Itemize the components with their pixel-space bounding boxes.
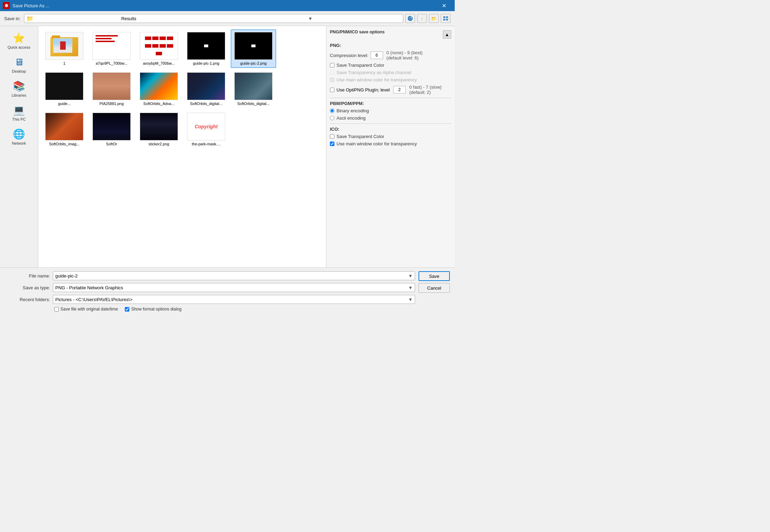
row-fields: File name: ▼ Save as type: PNG - Portabl… [5, 271, 415, 307]
file-name-input-container: ▼ [53, 271, 415, 280]
save-transparent-color-label: Save Transparent Color [337, 63, 384, 68]
ico-use-main-window-row: Use main window color for transparency [330, 141, 451, 146]
ascii-encoding-radio[interactable] [330, 116, 334, 120]
file-thumb-13 [140, 113, 178, 140]
save-date-option: Save file with original date/time [54, 307, 118, 312]
compression-row: Compression level: 0 (none) - 9 (best) (… [330, 50, 451, 61]
sidebar-item-quick-access[interactable]: ⭐ Quick access [0, 30, 38, 52]
compression-input[interactable] [371, 51, 383, 59]
use-optipng-checkbox[interactable] [330, 88, 334, 92]
file-name-input[interactable] [55, 273, 407, 279]
panel-toggle-button[interactable]: ▲ [443, 30, 451, 39]
title-bar: ✱ Save Picture As ... ✕ [0, 0, 455, 11]
file-name-1: 1 [63, 61, 65, 65]
file-thumb-2 [92, 32, 131, 60]
back-button[interactable]: ↺ [405, 14, 415, 23]
save-transparency-alpha-checkbox[interactable] [330, 70, 334, 75]
file-item-11[interactable]: SoftOrbits_imag... [42, 110, 87, 148]
file-thumb-8 [140, 72, 178, 100]
ico-save-transparent-label: Save Transparent Color [337, 134, 384, 139]
up-button[interactable]: ↑ [417, 14, 427, 23]
panel-title: PNG/PNM/ICO save options [330, 30, 443, 36]
sidebar-label-network: Network [12, 141, 26, 145]
sidebar-item-desktop[interactable]: 🖥 Desktop [0, 54, 38, 76]
svg-rect-7 [443, 16, 445, 18]
sidebar-label-quick-access: Quick access [8, 45, 30, 49]
svg-text:↑: ↑ [421, 16, 423, 21]
file-item-5[interactable]: guide-pic-2.png [231, 30, 276, 68]
file-name-7: PIA25881.png [99, 102, 124, 106]
save-date-label: Save file with original date/time [60, 307, 118, 312]
ascii-encoding-row: Ascii encoding [330, 115, 451, 121]
new-folder-button[interactable]: 📁 [429, 14, 439, 23]
file-item-6[interactable]: guide... [42, 70, 87, 108]
sidebar: ⭐ Quick access 🖥 Desktop 📚 Libraries 💻 T… [0, 26, 38, 267]
binary-encoding-row: Binary encoding [330, 108, 451, 113]
save-transparency-alpha-row: Save Transparency as Alpha channel [330, 70, 451, 75]
sidebar-label-desktop: Desktop [12, 69, 26, 73]
right-panel: PNG/PNM/ICO save options ▲ PNG: Compress… [326, 26, 455, 267]
file-name-11: SoftOrbits_imag... [49, 142, 80, 146]
show-format-checkbox[interactable] [125, 307, 129, 312]
close-button[interactable]: ✕ [436, 0, 452, 11]
save-in-label: Save in: [4, 16, 21, 21]
sidebar-item-this-pc[interactable]: 💻 This PC [0, 102, 38, 124]
file-thumb-4 [187, 32, 225, 60]
save-type-label: Save as type: [5, 285, 50, 290]
file-item-10[interactable]: SoftOrbits_digital... [231, 70, 276, 108]
svg-text:📁: 📁 [431, 16, 437, 21]
file-item-9[interactable]: SoftOrbits_digital... [184, 70, 229, 108]
recent-folders-arrow: ▼ [408, 297, 413, 302]
path-combo[interactable]: 📁 Results ▼ [24, 14, 403, 23]
use-main-window-color-row: Use main window color for transparency [330, 77, 451, 82]
svg-text:▼: ▼ [448, 16, 448, 21]
file-item-2[interactable]: a7qo9PL_700bw... [89, 30, 134, 68]
file-thumb-10 [234, 72, 273, 100]
optipng-level-input[interactable] [393, 86, 406, 94]
save-button[interactable]: Save [419, 271, 450, 281]
file-thumb-1 [45, 32, 83, 60]
bottom-rows: File name: ▼ Save as type: PNG - Portabl… [5, 271, 450, 307]
file-name-label: File name: [5, 273, 50, 279]
view-button[interactable]: ▼ [441, 14, 451, 23]
file-item-1[interactable]: 1 [42, 30, 87, 68]
ico-save-transparent-checkbox[interactable] [330, 134, 334, 139]
file-grid: 1 a7qo9PL_700bw... [38, 26, 326, 267]
file-name-2: a7qo9PL_700bw... [96, 61, 127, 65]
bottom-options-row: Save file with original date/time Show f… [5, 307, 450, 312]
file-item-8[interactable]: SoftOrbits_Adva... [136, 70, 181, 108]
network-icon: 🌐 [13, 128, 25, 140]
cancel-button[interactable]: Cancel [419, 283, 450, 293]
save-transparency-alpha-label: Save Transparency as Alpha channel [337, 70, 411, 75]
ico-use-main-window-label: Use main window color for transparency [337, 141, 417, 146]
binary-encoding-radio[interactable] [330, 108, 334, 113]
use-main-window-color-checkbox[interactable] [330, 78, 334, 82]
file-item-14[interactable]: Copyright the-park-mask.... [184, 110, 229, 148]
use-optipng-label: Use OptiPNG PlugIn; level [337, 87, 390, 92]
recent-folders-row: Recent folders: Pictures - <C:\Users\PAV… [5, 295, 415, 304]
save-type-row: Save as type: PNG - Portable Network Gra… [5, 283, 415, 292]
file-item-7[interactable]: PIA25881.png [89, 70, 134, 108]
file-name-9: SoftOrbits_digital... [190, 102, 222, 106]
file-thumb-9 [187, 72, 225, 100]
file-item-3[interactable]: axoybpM_700bw... [136, 30, 181, 68]
recent-folders-combo[interactable]: Pictures - <C:\Users\PAVEL\Pictures\> ▼ [53, 295, 415, 304]
recent-folders-value: Pictures - <C:\Users\PAVEL\Pictures\> [55, 297, 132, 302]
file-item-12[interactable]: SoftOr [89, 110, 134, 148]
save-type-combo[interactable]: PNG - Portable Network Graphics ▼ [53, 283, 415, 292]
show-format-label: Show format options dialog [131, 307, 181, 312]
sidebar-item-libraries[interactable]: 📚 Libraries [0, 78, 38, 100]
sidebar-item-network[interactable]: 🌐 Network [0, 126, 38, 148]
file-item-13[interactable]: sticker2.png [136, 110, 181, 148]
dialog: Save in: 📁 Results ▼ ↺ ↑ 📁 ▼ ⭐ Quick acc… [0, 11, 455, 315]
sidebar-label-thispc: This PC [12, 117, 26, 121]
file-name-14: the-park-mask.... [192, 142, 221, 146]
svg-text:↺: ↺ [408, 16, 412, 21]
show-format-option: Show format options dialog [125, 307, 181, 312]
ico-use-main-window-checkbox[interactable] [330, 142, 334, 146]
save-transparent-color-checkbox[interactable] [330, 63, 334, 67]
file-thumb-12 [92, 113, 131, 140]
save-date-checkbox[interactable] [54, 307, 59, 312]
file-item-4[interactable]: guide-pic-1.png [184, 30, 229, 68]
file-name-10: SoftOrbits_digital... [237, 102, 270, 106]
